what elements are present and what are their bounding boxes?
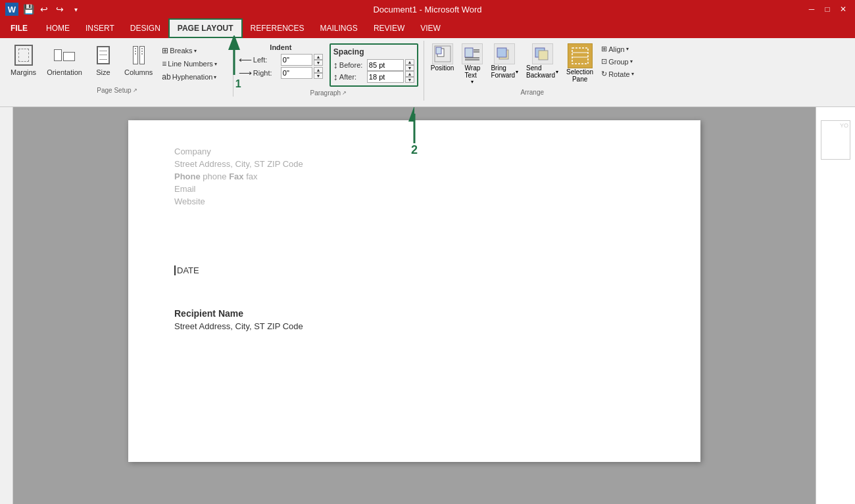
align-icon: ⊞ (601, 45, 607, 53)
doc-date[interactable]: DATE (174, 265, 654, 275)
rotate-label: Rotate (608, 70, 629, 78)
position-label: Position (431, 64, 454, 72)
doc-contact-fax-bold: Fax (229, 172, 243, 181)
hyphenation-arrow: ▾ (214, 74, 216, 80)
spacing-before-label: Before: (339, 61, 366, 69)
indent-right-down[interactable]: ▼ (314, 73, 323, 79)
save-quick-icon[interactable]: 💾 (22, 3, 34, 15)
document-page: Company Street Address, City, ST ZIP Cod… (128, 120, 700, 462)
minimize-button[interactable]: ─ (805, 3, 818, 16)
svg-rect-13 (539, 51, 548, 60)
title-bar-left: W 💾 ↩ ↪ ▾ (5, 3, 82, 16)
indent-left-label: Left: (253, 56, 280, 64)
indent-right-up[interactable]: ▲ (314, 67, 323, 73)
selectionpane-button[interactable]: Selection Pane (564, 42, 596, 84)
size-label: Size (96, 68, 110, 76)
margins-button[interactable]: Margins (7, 42, 40, 78)
undo-icon[interactable]: ↩ (38, 3, 50, 15)
doc-contact-fax: fax (246, 172, 257, 181)
close-button[interactable]: ✕ (837, 3, 850, 16)
group-button[interactable]: ⊡ Group ▾ (598, 56, 636, 67)
svg-rect-11 (497, 48, 506, 57)
doc-email: Email (174, 184, 654, 194)
indent-left-spinner: ▲ ▼ (314, 54, 323, 66)
spacing-after-up[interactable]: ▲ (405, 71, 414, 77)
group-icon: ⊡ (601, 57, 607, 66)
linenumbers-arrow: ▾ (214, 61, 217, 67)
bringforward-icon (494, 43, 515, 64)
redo-icon[interactable]: ↪ (54, 3, 66, 15)
align-button[interactable]: ⊞ Align ▾ (598, 43, 636, 55)
spacing-after-input[interactable] (367, 71, 404, 83)
sendbackward-button[interactable]: Send Backward ▾ (524, 42, 561, 80)
indent-right-label: Right: (253, 69, 280, 77)
bringforward-arrow: ▾ (516, 69, 518, 75)
position-button[interactable]: Position (428, 42, 457, 73)
doc-contact-phone-bold: Phone (174, 172, 201, 181)
orientation-icon (54, 43, 75, 67)
arrange-label-text: Arrange (520, 89, 544, 96)
svg-rect-14 (572, 48, 588, 64)
doc-spacer2 (174, 288, 654, 308)
spacing-after-spinner: ▲ ▼ (405, 71, 414, 83)
columns-button[interactable]: Columns (120, 42, 157, 78)
position-icon (432, 43, 453, 64)
hyphenation-button[interactable]: ab Hyphenation ▾ (159, 71, 220, 83)
spacing-section: Spacing ↕ Before: ▲ ▼ ↕ After: ▲ (330, 43, 418, 87)
spacing-title: Spacing (333, 47, 414, 57)
indent-left-input[interactable] (281, 54, 312, 66)
columns-label: Columns (124, 68, 153, 76)
word-icon: W (5, 3, 18, 16)
sendbackward-arrow: ▾ (556, 69, 558, 75)
wraptext-button[interactable]: Wrap Text ▾ (459, 42, 485, 86)
doc-address: Street Address, City, ST ZIP Code (174, 159, 654, 169)
size-icon (93, 43, 114, 67)
bringforward-label-row: Bring Forward ▾ (491, 64, 518, 79)
wraptext-svg (463, 45, 481, 63)
pagesetup-smallbtns: ⊞ Breaks ▾ ≡ Line Numbers ▾ ab Hyphenati… (159, 45, 220, 83)
menu-mailings[interactable]: MAILINGS (312, 18, 366, 38)
spacing-before-spinner: ▲ ▼ (405, 59, 414, 71)
spacing-before-row: ↕ Before: ▲ ▼ (333, 59, 414, 71)
orientation-label: Orientation (47, 68, 82, 76)
size-button[interactable]: Size (89, 42, 118, 78)
group-label: Group (608, 58, 629, 66)
maximize-button[interactable]: □ (821, 3, 834, 16)
sendbackward-icon (532, 43, 553, 64)
arrange-content: Position Wrap Text ▾ (428, 42, 637, 86)
doc-recipient-address: Street Address, City, ST ZIP Code (174, 321, 654, 331)
doc-spacer (174, 226, 654, 265)
indent-left-down[interactable]: ▼ (314, 60, 323, 66)
wraptext-label: Wrap Text (465, 64, 481, 79)
ruler-side (0, 107, 13, 504)
menu-review[interactable]: REVIEW (366, 18, 412, 38)
spacing-before-down[interactable]: ▼ (405, 65, 414, 71)
main-area: 2 Company Street Address, City, ST ZIP C… (0, 107, 855, 504)
indent-left-up[interactable]: ▲ (314, 54, 323, 60)
menu-file[interactable]: FILE (3, 18, 36, 38)
spacing-before-up[interactable]: ▲ (405, 59, 414, 65)
breaks-button[interactable]: ⊞ Breaks ▾ (159, 45, 220, 57)
menu-insert[interactable]: INSERT (78, 18, 122, 38)
paragraph-expand-icon[interactable]: ↗ (342, 90, 347, 96)
indent-right-input[interactable] (281, 67, 312, 79)
window-controls: ─ □ ✕ (805, 3, 850, 16)
rotate-button[interactable]: ↻ Rotate ▾ (598, 68, 636, 80)
linenumbers-button[interactable]: ≡ Line Numbers ▾ (159, 58, 220, 70)
spacing-before-input[interactable] (367, 59, 404, 71)
spacing-after-down[interactable]: ▼ (405, 77, 414, 83)
linenumbers-label: Line Numbers (168, 60, 212, 68)
annotation-arrow-1-svg (221, 35, 254, 81)
app-title: Document1 - Microsoft Word (373, 5, 481, 14)
orientation-button[interactable]: Orientation (43, 42, 86, 78)
position-svg (433, 45, 452, 63)
margins-label: Margins (11, 68, 36, 76)
menu-view[interactable]: VIEW (412, 18, 449, 38)
customize-icon[interactable]: ▾ (70, 3, 82, 15)
menu-home[interactable]: HOME (38, 18, 78, 38)
title-bar: W 💾 ↩ ↪ ▾ Document1 - Microsoft Word ─ □… (0, 0, 855, 18)
menu-design[interactable]: DESIGN (122, 18, 168, 38)
pagesetup-expand-icon[interactable]: ↗ (133, 87, 137, 93)
bringforward-button[interactable]: Bring Forward ▾ (488, 42, 521, 80)
hyphenation-label: Hyphenation (172, 73, 213, 81)
